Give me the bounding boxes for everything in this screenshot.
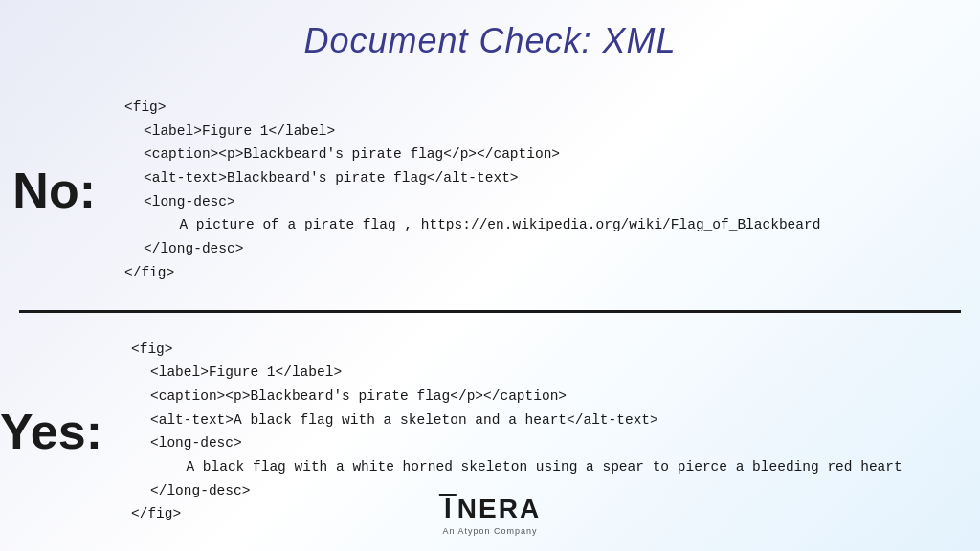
yes-line-5: <long-desc> [131, 431, 902, 455]
logo-text: NERA [439, 494, 541, 524]
no-line-4: <alt-text>Blackbeard's pirate flag</alt-… [124, 166, 820, 190]
slide: Document Check: XML No: <fig> <label>Fig… [0, 0, 980, 551]
no-label: No: [0, 165, 124, 215]
no-line-5: <long-desc> [124, 190, 820, 214]
content-area: No: <fig> <label>Figure 1</label> <capti… [0, 71, 980, 551]
yes-line-3: <caption><p>Blackbeard's pirate flag</p>… [131, 385, 902, 408]
slide-title: Document Check: XML [0, 0, 980, 71]
no-line-6: A picture of a pirate flag , https://en.… [124, 213, 820, 237]
logo-i-top [439, 494, 457, 496]
no-line-3: <caption><p>Blackbeard's pirate flag</p>… [124, 143, 820, 166]
logo-subtitle: An Atypon Company [442, 526, 537, 536]
no-line-8: </fig> [124, 261, 820, 285]
no-code-block: <fig> <label>Figure 1</label> <caption><… [124, 90, 820, 290]
yes-line-6: A black flag with a white horned skeleto… [131, 455, 902, 479]
logo-i-icon [439, 494, 457, 518]
yes-line-4: <alt-text>A black flag with a skeleton a… [131, 408, 902, 432]
no-line-7: </long-desc> [124, 237, 820, 261]
logo-area: NERA An Atypon Company [439, 494, 541, 536]
yes-line-1: <fig> [131, 338, 902, 362]
logo-nera: NERA [457, 494, 541, 524]
yes-line-2: <label>Figure 1</label> [131, 361, 902, 385]
no-line-2: <label>Figure 1</label> [124, 120, 820, 143]
logo-i-stem [446, 498, 450, 518]
no-line-1: <fig> [124, 96, 820, 120]
no-section: No: <fig> <label>Figure 1</label> <capti… [0, 71, 980, 310]
yes-label: Yes: [0, 407, 131, 456]
